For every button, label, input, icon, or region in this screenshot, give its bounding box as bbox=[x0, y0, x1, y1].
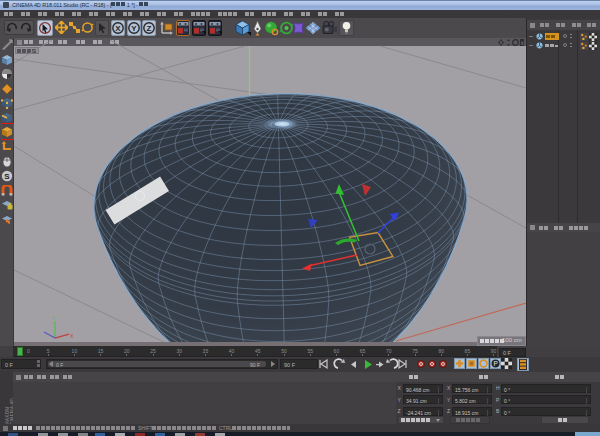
svg-text:X: X bbox=[70, 333, 74, 339]
svg-text:Y: Y bbox=[131, 24, 137, 33]
svg-text:Y: Y bbox=[52, 315, 56, 321]
svg-text:P: P bbox=[493, 360, 497, 367]
svg-text:S: S bbox=[4, 172, 10, 181]
svg-text:Z: Z bbox=[147, 24, 152, 33]
svg-text:X: X bbox=[115, 24, 121, 33]
